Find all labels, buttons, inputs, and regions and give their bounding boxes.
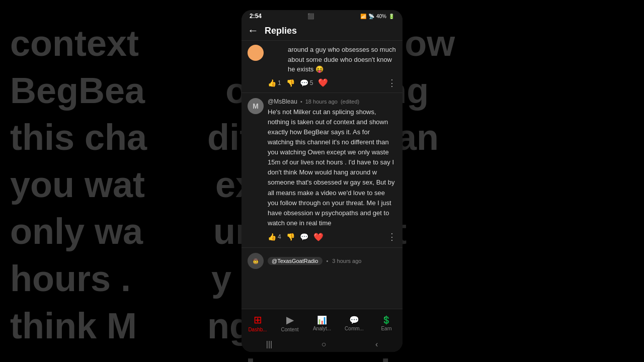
texas-row: 🤠 @TexasGoatRadio • 3 hours ago [242,248,403,271]
texas-time: 3 hours ago [332,258,361,264]
first-like-button[interactable]: 👍 1 [268,79,281,87]
first-reply-button[interactable]: 💬 5 [300,79,313,87]
texas-tag: @TexasGoatRadio [268,257,323,265]
first-comment-actions: 👍 1 👎 💬 5 ❤️ ⋮ [268,77,396,88]
reply-icon-2: 💬 [300,233,308,241]
bottom-nav: ⊞ Dashb... ▶ Content 📊 Analyt... 💬 Comm.… [242,309,403,337]
nav-item-comments[interactable]: 💬 Comm... [342,315,366,331]
page-title: Replies [265,26,297,36]
first-more-button[interactable]: ⋮ [387,77,396,88]
analytics-icon: 📊 [317,315,327,325]
nav-item-content[interactable]: ▶ Content [278,314,302,332]
nav-item-dashboard[interactable]: ⊞ Dashb... [246,314,270,332]
content-area[interactable]: around a guy who obsesses so much about … [242,41,403,309]
msbleau-text: He's not Milker cut an splicing shows, n… [268,107,396,229]
msbleau-reply-button[interactable]: 💬 [300,233,308,241]
msbleau-like-count: 4 [278,233,281,240]
content-icon: ▶ [286,314,294,326]
sys-back-button[interactable]: ‹ [375,340,378,349]
battery-icon: 🔋 [388,14,394,19]
nav-item-analytics[interactable]: 📊 Analyt... [310,315,334,331]
sys-home-button[interactable]: ○ [321,340,327,349]
msbleau-heart-button[interactable]: ❤️ [313,232,324,242]
status-bar: 2:54 ⬛ 📶 📡 40% 🔋 [242,10,403,21]
texas-dot: • [327,258,329,264]
comment-row-msbleau: M @MsBleau • 18 hours ago (edited) He's … [242,93,403,248]
system-nav: ||| ○ ‹ [242,337,403,352]
thumbs-up-icon: 👍 [268,79,276,87]
msbleau-like-button[interactable]: 👍 4 [268,233,281,241]
earn-label: Earn [381,326,391,331]
comments-label: Comm... [345,326,364,331]
msbleau-more-button[interactable]: ⋮ [387,231,396,242]
heart-icon-2: ❤️ [313,232,324,242]
wifi-icon: 📶 [360,14,366,19]
battery-level: 40% [376,14,386,19]
first-comment-avatar [248,45,264,61]
thumbs-down-icon-2: 👎 [286,233,295,241]
first-like-count: 1 [278,79,281,86]
first-reply-count: 5 [310,79,313,86]
msbleau-author: @MsBleau [268,98,297,105]
msbleau-dislike-button[interactable]: 👎 [286,233,295,241]
dashboard-icon: ⊞ [254,314,262,326]
status-icons: 📶 📡 40% 🔋 [360,14,394,19]
reply-icon: 💬 [300,79,308,87]
first-heart-button[interactable]: ❤️ [318,78,328,87]
thumbs-down-icon: 👎 [286,79,295,87]
status-time: 2:54 [250,13,262,20]
msbleau-actions: 👍 4 👎 💬 ❤️ ⋮ [268,231,396,242]
msbleau-comment-content: @MsBleau • 18 hours ago (edited) He's no… [268,98,396,243]
nav-item-earn[interactable]: 💲 Earn [374,315,398,331]
thumbs-up-icon-2: 👍 [268,233,276,241]
msbleau-edited: (edited) [341,99,359,105]
comments-icon: 💬 [349,315,359,325]
top-bar: ← Replies [242,21,403,41]
first-comment-text: around a guy who obsesses so much about … [268,45,396,74]
signal-icon: 📡 [368,14,374,19]
msbleau-time-value: 18 hours ago [305,99,338,105]
msbleau-time: • [300,99,302,105]
earn-icon: 💲 [381,315,391,325]
status-record-icon: ⬛ [307,13,314,20]
first-dislike-button[interactable]: 👎 [286,79,295,87]
analytics-label: Analyt... [313,326,331,331]
back-button[interactable]: ← [248,24,259,37]
phone-container: 2:54 ⬛ 📶 📡 40% 🔋 ← Replies around a guy … [242,10,403,352]
msbleau-avatar: M [248,98,264,114]
sys-menu-button[interactable]: ||| [266,340,272,349]
msbleau-meta: @MsBleau • 18 hours ago (edited) [268,98,396,105]
dashboard-label: Dashb... [248,327,267,332]
texas-avatar: 🤠 [248,253,264,269]
heart-icon: ❤️ [318,78,328,87]
content-label: Content [281,327,298,332]
first-comment-block: around a guy who obsesses so much about … [242,41,403,93]
